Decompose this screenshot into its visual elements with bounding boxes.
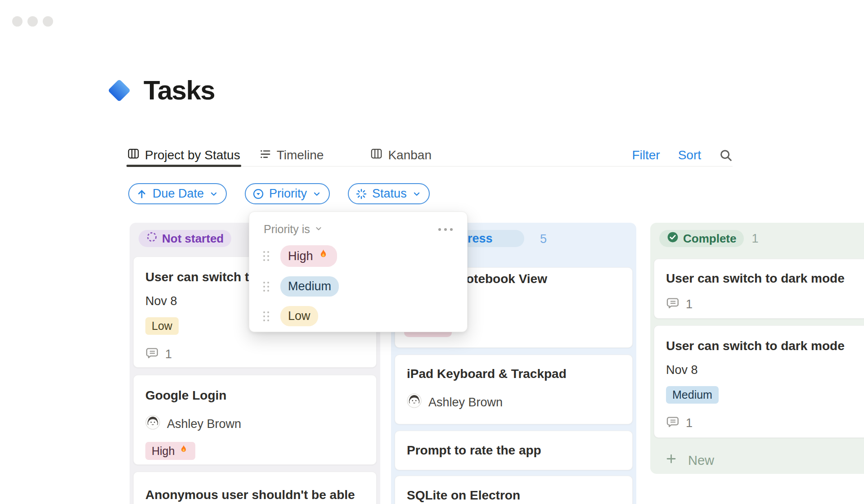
dropdown-title: Priority is: [264, 223, 310, 236]
sort-button[interactable]: Sort: [678, 148, 701, 162]
card-due-date: Nov 8: [666, 363, 864, 377]
new-card-button[interactable]: New: [650, 449, 864, 472]
search-icon[interactable]: [719, 148, 733, 162]
filter-pill-priority[interactable]: Priority: [245, 183, 330, 204]
flame-icon: [317, 248, 329, 264]
window-dot[interactable]: [43, 16, 53, 27]
tab-timeline[interactable]: Timeline: [259, 144, 324, 166]
view-tabbar: Project by Status Timeline Kanban: [127, 144, 733, 166]
chevron-down-icon: [209, 189, 219, 199]
card-title-fragment: otebook View: [466, 272, 547, 286]
board-icon: [127, 148, 140, 163]
filter-pill-row: Due Date Priority Sta: [128, 183, 430, 204]
filter-pill-label: Status: [372, 187, 407, 201]
chevron-down-icon: [412, 189, 422, 199]
column-header: Complete 1: [650, 223, 864, 254]
avatar: [145, 415, 160, 433]
task-card[interactable]: User can switch to dark mode Nov 8 Mediu…: [654, 325, 864, 438]
page-title: Tasks: [144, 75, 215, 106]
priority-pill-low: Low: [145, 317, 179, 335]
column-complete: Complete 1 User can switch to dark mode …: [650, 223, 864, 474]
priority-option-high[interactable]: High: [263, 245, 467, 267]
priority-filter-dropdown: Priority is High M: [249, 212, 468, 332]
assignee: Ashley Brown: [145, 415, 364, 433]
tasks-board-page: { "header": { "icon": "blue-diamond-icon…: [0, 0, 864, 504]
task-card[interactable]: Google Login Ashley Brown High: [133, 375, 377, 465]
priority-pill-medium: Medium: [666, 386, 719, 404]
page-header: Tasks: [105, 75, 215, 106]
window-dot[interactable]: [12, 16, 22, 27]
comment-icon: [666, 296, 680, 313]
dropdown-header: Priority is: [249, 212, 467, 236]
task-card[interactable]: iPad Keyboard & Trackpad Ashley Brown: [395, 355, 633, 424]
task-card[interactable]: SQLite on Electron: [395, 476, 633, 504]
card-title: Google Login: [145, 388, 364, 403]
priority-tag-high: High: [280, 245, 337, 267]
toolbar-actions: Filter Sort: [632, 148, 733, 162]
comment-count-value: 1: [686, 416, 693, 430]
filter-pill-status[interactable]: Status: [348, 183, 430, 204]
assignee-name: Ashley Brown: [428, 396, 503, 410]
comment-count: 1: [666, 415, 864, 432]
comment-icon: [145, 346, 159, 363]
filter-pill-due-date[interactable]: Due Date: [128, 183, 227, 204]
board-icon: [370, 148, 382, 163]
status-badge-label: ress: [468, 232, 493, 246]
card-title: Anonymous user shouldn't be able: [145, 487, 364, 503]
plus-icon: [665, 453, 677, 468]
status-badge-label: Complete: [683, 232, 736, 246]
comment-count-value: 1: [165, 347, 172, 361]
tab-label: Project by Status: [145, 148, 240, 162]
card-title: User can switch to dark mode: [666, 338, 864, 354]
comment-icon: [666, 415, 680, 432]
filter-button[interactable]: Filter: [632, 148, 660, 162]
hidden-pill-fragment: [404, 332, 452, 337]
comment-count: 1: [145, 346, 364, 363]
new-card-label: New: [688, 453, 714, 468]
ellipsis-icon[interactable]: [437, 225, 454, 234]
window-controls: [12, 16, 53, 27]
drag-handle-icon[interactable]: [263, 282, 269, 292]
priority-pill-high: High: [145, 442, 195, 460]
task-card[interactable]: Anonymous user shouldn't be able: [133, 472, 377, 504]
column-count: 5: [540, 232, 547, 246]
priority-option-low[interactable]: Low: [263, 306, 467, 326]
window-dot[interactable]: [27, 16, 38, 27]
task-card[interactable]: Prompt to rate the app: [395, 431, 633, 470]
tab-project-by-status[interactable]: Project by Status: [127, 144, 240, 166]
priority-option-medium[interactable]: Medium: [263, 276, 467, 297]
spinner-icon: [356, 188, 367, 200]
status-badge-label: Not started: [162, 232, 224, 246]
priority-options: High Medium Low: [249, 245, 467, 326]
dashed-circle-icon: [146, 231, 158, 246]
flame-icon: [178, 444, 189, 458]
tab-kanban[interactable]: Kanban: [370, 144, 432, 166]
priority-tag-low: Low: [280, 306, 318, 326]
chevron-down-icon: [314, 223, 323, 236]
blue-diamond-icon: [105, 76, 134, 105]
arrow-up-icon: [136, 188, 148, 200]
filter-pill-label: Priority: [269, 187, 307, 201]
status-badge-not-started: Not started: [139, 230, 231, 247]
column-count: 1: [752, 232, 758, 246]
check-circle-icon: [667, 231, 679, 246]
drag-handle-icon[interactable]: [263, 251, 269, 261]
card-title: Prompt to rate the app: [407, 443, 621, 458]
comment-count: 1: [666, 296, 864, 313]
assignee: Ashley Brown: [407, 393, 621, 411]
status-badge-complete: Complete: [659, 230, 744, 247]
circle-triangle-icon: [252, 188, 264, 200]
tab-label: Kanban: [388, 148, 432, 162]
comment-count-value: 1: [686, 297, 693, 311]
tab-label: Timeline: [277, 148, 324, 162]
avatar: [407, 393, 422, 411]
card-title: SQLite on Electron: [407, 488, 621, 503]
card-title: User can switch to dark mode: [666, 271, 864, 286]
dropdown-title-button[interactable]: Priority is: [264, 223, 323, 236]
card-title: iPad Keyboard & Trackpad: [407, 366, 621, 382]
task-card[interactable]: User can switch to dark mode 1: [654, 259, 864, 319]
chevron-down-icon: [312, 189, 322, 199]
drag-handle-icon[interactable]: [263, 311, 269, 321]
assignee-name: Ashley Brown: [167, 417, 241, 431]
priority-tag-medium: Medium: [280, 276, 339, 297]
